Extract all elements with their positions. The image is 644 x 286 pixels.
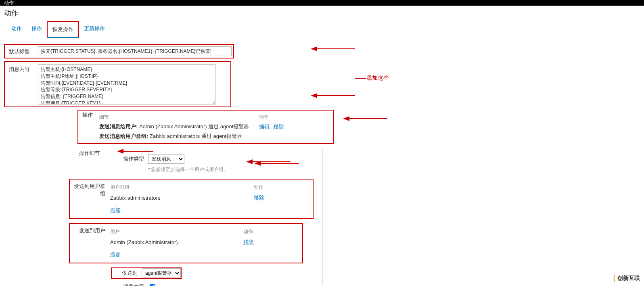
arrow-annotation-icon [311, 46, 355, 51]
users-table: 用户 动作 Admin (Zabbix Administrator) 移除 添加 [109, 226, 272, 260]
col-action: 动作 [259, 113, 307, 121]
tab-action[interactable]: 动作 [6, 21, 27, 38]
remove-link[interactable]: 移除 [243, 239, 254, 245]
col-detail: 细节 [99, 113, 258, 121]
label-operation-type: 操作类型 [111, 155, 148, 163]
label-send-users: 发送到用户 [72, 226, 109, 260]
usergroup-row: Zabbix administrators 移除 [110, 193, 282, 202]
type-hint: 您必须至少选择一个用户或用户组。 [151, 167, 228, 172]
annotation-add-these: ——添加这些 [355, 75, 389, 82]
brand-logo: ⟨ 创新互联 [613, 274, 640, 283]
remove-link[interactable]: 移除 [274, 123, 284, 129]
message-content-textarea[interactable] [38, 64, 215, 104]
operation-detail-box: 操作类型 发送消息 *您必须至少选择一个用户或用户组。 发送到用户群组 [105, 149, 323, 286]
tab-update-operations[interactable]: 更新操作 [79, 21, 110, 38]
operation-row: 发送消息给用户: Admin (Zabbix Administrator) 通过… [99, 122, 307, 131]
label-send-only: 仅送到 [112, 269, 142, 277]
arrow-annotation-icon [246, 159, 291, 164]
operations-table: 细节 动作 发送消息给用户: Admin (Zabbix Administrat… [98, 112, 308, 142]
remove-link[interactable]: 移除 [254, 194, 264, 200]
col-action: 动作 [243, 227, 272, 236]
col-user: 用户 [110, 227, 243, 236]
col-usergroup: 用户群组 [110, 183, 253, 192]
usergroups-table: 用户群组 动作 Zabbix administrators 移除 添加 [109, 182, 283, 216]
operation-row: 发送消息给用户群组: Zabbix administrators 通过 agen… [99, 132, 307, 141]
tab-recovery-operations[interactable]: 恢复操作 [47, 21, 79, 38]
user-row: Admin (Zabbix Administrator) 移除 [110, 237, 272, 247]
top-crumb: 动作 [0, 0, 644, 6]
label-default-subject: 默认标题 [6, 46, 35, 56]
add-user-link[interactable]: 添加 [110, 251, 121, 257]
col-action: 动作 [254, 183, 282, 192]
tab-operations[interactable]: 操作 [27, 21, 47, 38]
add-usergroup-link[interactable]: 添加 [110, 207, 121, 213]
arrow-annotation-icon [117, 149, 153, 154]
label-msg-content-checkbox: 消息内容 [111, 283, 148, 286]
logo-icon: ⟨ [613, 274, 616, 283]
label-send-usergroups: 发送到用户群组 [72, 182, 109, 216]
label-message-content: 消息内容 [6, 64, 35, 106]
arrow-annotation-icon [311, 93, 355, 98]
message-content-checkbox[interactable] [150, 284, 155, 286]
send-only-select[interactable]: agent报警器 [142, 268, 181, 278]
default-subject-input[interactable] [38, 46, 232, 56]
edit-link[interactable]: 编辑 [259, 123, 270, 129]
arrow-annotation-icon [343, 116, 387, 121]
page-title: 动作 [4, 6, 640, 19]
operation-type-select[interactable]: 发送消息 [148, 154, 184, 164]
tabs: 动作 操作 恢复操作 更新操作 [4, 21, 640, 38]
